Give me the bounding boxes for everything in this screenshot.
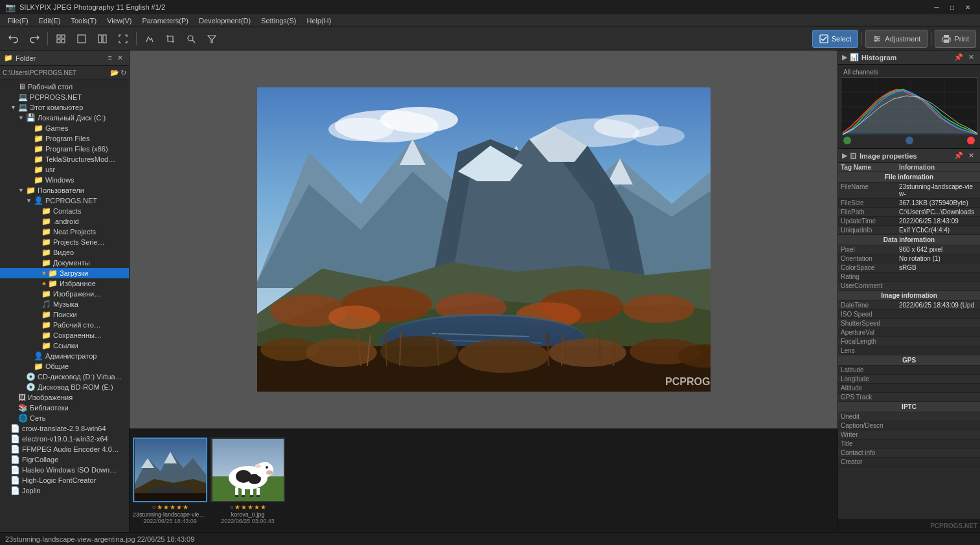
menu-tools[interactable]: Tools(T)	[65, 16, 102, 26]
tree-item-36[interactable]: 📄FigrCollage	[0, 454, 129, 465]
tree-icon-21: 🎵	[41, 300, 51, 309]
thumbnail-item-2[interactable]: ○ ★ ★ ★ ★ ★ korova_0.jpg 2022/06/25 03:0…	[211, 438, 285, 524]
tree-item-3[interactable]: ▼💾Локальный Диск (C:)	[0, 113, 129, 123]
prop-row-gps-3: GPS Track	[838, 393, 980, 402]
blue-dot	[906, 137, 913, 144]
star-icon: ★	[157, 504, 163, 511]
tree-item-5[interactable]: 📁Program Files	[0, 133, 129, 144]
tree-item-4[interactable]: 📁Games	[0, 123, 129, 133]
menu-file[interactable]: File(F)	[3, 16, 34, 26]
tree-item-18[interactable]: ★📁Загрузки	[0, 268, 129, 278]
tree-item-13[interactable]: 📁.android	[0, 216, 129, 227]
sidebar: 📁 Folder ≡ ✕ C:\Users\PCPROGS.NET 📂 ↻ 🖥Р…	[0, 50, 130, 532]
fullscreen-button[interactable]	[113, 30, 133, 48]
tree-item-6[interactable]: 📁Program Files (x86)	[0, 144, 129, 154]
menu-parameters[interactable]: Parameters(P)	[137, 16, 194, 26]
svg-point-20	[948, 38, 950, 39]
tree-label-39: Joplin	[22, 487, 41, 495]
histogram-pin-button[interactable]: 📌	[952, 52, 965, 62]
tree-item-14[interactable]: 📁Neat Projects	[0, 227, 129, 237]
tree-icon-22: 📁	[41, 310, 51, 319]
imgprops-close-button[interactable]: ✕	[966, 151, 976, 161]
prop-row-gps-0: Latitude	[838, 366, 980, 375]
tree-item-17[interactable]: 📁Документы	[0, 258, 129, 268]
tree-item-12[interactable]: 📁Contacts	[0, 206, 129, 216]
tree-item-33[interactable]: 📄crow-translate-2.9.8-win64	[0, 423, 129, 434]
thumbnail-image-wrap-2	[211, 438, 285, 502]
tree-item-25[interactable]: 📁Ссылки	[0, 340, 129, 351]
prop-info-dataInfo-3	[896, 272, 980, 282]
filter-button[interactable]	[202, 30, 222, 48]
menu-settings[interactable]: Settings(S)	[256, 16, 301, 26]
tree-item-19[interactable]: ★📁Избранное	[0, 278, 129, 289]
tree-item-37[interactable]: 📄Hasleo Windows ISO Down…	[0, 465, 129, 475]
menu-edit[interactable]: Edit(E)	[34, 16, 66, 26]
minimize-button[interactable]: ─	[929, 0, 944, 14]
prop-tag-fileInfo-2: FilePath	[838, 208, 896, 217]
tree-item-15[interactable]: 📁Projects Serie…	[0, 237, 129, 247]
path-refresh-button[interactable]: ↻	[120, 69, 126, 77]
tree-item-21[interactable]: 🎵Музыка	[0, 299, 129, 309]
histogram-close-button[interactable]: ✕	[966, 52, 976, 62]
tree-item-24[interactable]: 📁Сохраненны…	[0, 330, 129, 340]
tree-item-35[interactable]: 📄FFMPEG Audio Encoder 4.0…	[0, 444, 129, 454]
imgprops-content: Tag Name Information File informationFil…	[838, 163, 980, 519]
grid-view-button[interactable]	[51, 30, 71, 48]
zoom-button[interactable]	[181, 30, 201, 48]
tree-label-20: Изображени…	[53, 290, 101, 298]
sidebar-close-button[interactable]: ✕	[115, 53, 125, 63]
menu-help[interactable]: Help(H)	[302, 16, 337, 26]
tree-item-16[interactable]: 📁Видео	[0, 247, 129, 258]
image-view: PCPROGS.NET	[130, 50, 838, 428]
path-browse-button[interactable]: 📂	[110, 69, 119, 77]
tree-item-8[interactable]: 📁usr	[0, 164, 129, 175]
tree-item-27[interactable]: 📁Общие	[0, 361, 129, 372]
image-properties-panel: ▶ 🖼 Image properties 📌 ✕ Tag Name Inform…	[838, 149, 980, 532]
tree-item-31[interactable]: 📚Библиотеки	[0, 403, 129, 413]
tree-item-2[interactable]: ▼💻Этот компьютер	[0, 102, 129, 113]
tree-item-29[interactable]: 💿Дисковод BD-ROM (E:)	[0, 382, 129, 392]
print-button[interactable]: Print	[935, 30, 976, 48]
compare-view-button[interactable]	[93, 30, 112, 48]
imgprops-pin-button[interactable]: 📌	[952, 151, 965, 161]
tree-item-22[interactable]: 📁Поиски	[0, 309, 129, 320]
sidebar-title: Folder	[16, 54, 106, 62]
tree-label-35: FFMPEG Audio Encoder 4.0…	[22, 445, 119, 453]
tree-item-32[interactable]: 🌐Сеть	[0, 413, 129, 423]
select-button[interactable]: Select	[812, 30, 859, 48]
tree-item-28[interactable]: 💿CD-дисковод (D:) Virtua…	[0, 372, 129, 382]
tree-label-38: High-Logic FontCreator	[22, 476, 96, 484]
redo-button[interactable]	[25, 30, 44, 48]
tree-item-38[interactable]: 📄High-Logic FontCreator	[0, 475, 129, 485]
tree-item-7[interactable]: 📁TeklaStructuresMod…	[0, 154, 129, 164]
tree-label-5: Program Files	[45, 135, 89, 142]
thumbnail-item-1[interactable]: ○ ★ ★ ★ ★ ★ 23stunning-landscape-view-a……	[133, 438, 207, 524]
single-view-button[interactable]	[72, 30, 91, 48]
crop-button[interactable]	[161, 30, 180, 48]
menu-view[interactable]: View(V)	[102, 16, 137, 26]
tree-item-26[interactable]: 👤Администратор	[0, 351, 129, 361]
tree-item-10[interactable]: ▼📁Пользователи	[0, 185, 129, 195]
tree-item-39[interactable]: 📄Joplin	[0, 485, 129, 496]
develop-button[interactable]	[140, 30, 159, 48]
svg-rect-19	[944, 39, 949, 43]
sidebar-expand-button[interactable]: ≡	[106, 53, 114, 63]
svg-text:PCPROGS.NET: PCPROGS.NET	[665, 376, 711, 387]
tree-item-0[interactable]: 🖥Рабочий стол	[0, 82, 129, 92]
tree-item-9[interactable]: 📁Windows	[0, 175, 129, 185]
svg-line-8	[192, 40, 195, 43]
tree-item-20[interactable]: 📁Изображени…	[0, 289, 129, 299]
tree-item-34[interactable]: 📄electron-v19.0.1-win32-x64	[0, 434, 129, 444]
tree-item-23[interactable]: 📁Рабочий сто…	[0, 320, 129, 330]
adjustment-button[interactable]: Adjustment	[865, 30, 928, 48]
tree-item-11[interactable]: ▼👤PCPROGS.NET	[0, 195, 129, 206]
tree-item-1[interactable]: 💻PCPROGS.NET	[0, 92, 129, 102]
maximize-button[interactable]: □	[945, 0, 959, 14]
svg-rect-74	[135, 493, 206, 501]
undo-button[interactable]	[4, 30, 23, 48]
menu-development[interactable]: Development(D)	[194, 16, 256, 26]
tree-icon-3: 💾	[26, 113, 36, 122]
close-button[interactable]: ✕	[961, 0, 975, 14]
tree-item-30[interactable]: 🖼Изображения	[0, 392, 129, 403]
prop-row-dataInfo-1: OrientationNo rotation (1)	[838, 254, 980, 263]
